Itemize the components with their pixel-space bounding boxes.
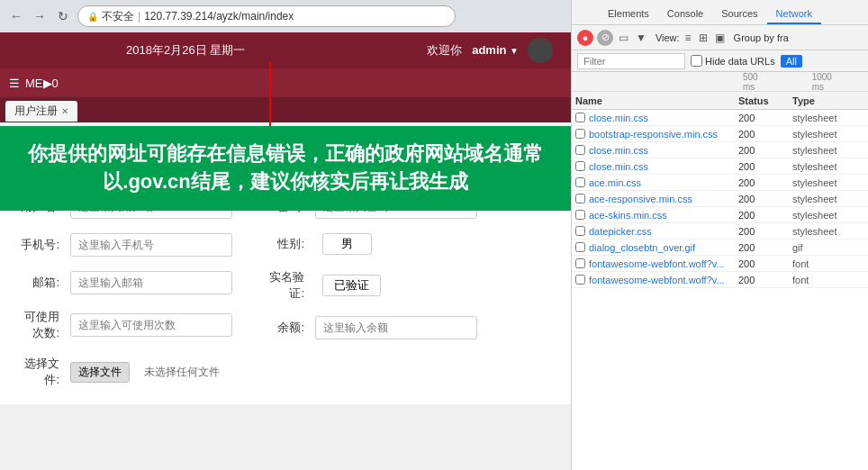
timeline-1000ms: 1000 ms <box>812 72 832 92</box>
view-label: View: <box>656 32 680 43</box>
date-label: 2018年2月26日 星期一 <box>126 42 245 59</box>
filter-row: Hide data URLs All <box>572 50 868 72</box>
row-checkbox[interactable] <box>575 194 585 203</box>
menu-icon[interactable]: ☰ <box>9 77 20 90</box>
row-checkbox[interactable] <box>575 177 585 187</box>
clear-button[interactable]: ⊘ <box>597 30 613 46</box>
tab-user-register[interactable]: 用户注册 ✕ <box>5 101 77 122</box>
group-label: Group by fra <box>734 32 789 43</box>
row-checkbox[interactable] <box>575 275 585 285</box>
url-text: 120.77.39.214/ayzk/main/index <box>144 10 294 23</box>
gender-value: 男 <box>322 233 372 255</box>
tab-network[interactable]: Network <box>767 5 821 24</box>
network-row[interactable]: ace-responsive.min.css 200 stylesheet <box>572 191 868 207</box>
device-icon[interactable]: ▭ <box>617 30 630 46</box>
devtools-tabs: Elements Console Sources Network <box>572 0 868 25</box>
gender-row: 性别: 男 <box>259 233 477 255</box>
record-button[interactable]: ● <box>577 30 593 46</box>
network-row[interactable]: close.min.css 200 stylesheet <box>572 158 868 175</box>
overlay-text: 你提供的网址可能存在信息错误，正确的政府网站域名通常以.gov.cn结尾，建议你… <box>18 140 553 196</box>
hide-data-urls-checkbox[interactable] <box>691 55 702 67</box>
network-table-header: Name Status Type <box>572 92 868 110</box>
tab-close-button[interactable]: ✕ <box>61 106 68 116</box>
usage-label: 可使用次数: <box>14 309 59 341</box>
tab-label: 用户注册 <box>14 104 58 119</box>
row-checkbox[interactable] <box>575 145 585 155</box>
tab-sources[interactable]: Sources <box>712 5 766 24</box>
timeline-500ms: 500 ms <box>743 72 758 92</box>
welcome-label: 欢迎你 admin ▼ <box>427 42 519 59</box>
verify-row: 实名验证: 已验证 <box>259 269 477 302</box>
address-bar[interactable]: 🔒 不安全 | 120.77.39.214/ayzk/main/index <box>77 5 456 27</box>
view-grid-icon[interactable]: ⊞ <box>697 30 710 46</box>
email-row: 邮箱: <box>14 271 232 294</box>
view-list-icon[interactable]: ≡ <box>683 30 693 46</box>
main-page-area: ← → ↻ 🔒 不安全 | 120.77.39.214/ayzk/main/in… <box>0 0 571 470</box>
forward-button[interactable]: → <box>31 7 49 25</box>
network-row[interactable]: close.min.css 200 stylesheet <box>572 142 868 158</box>
browser-nav: ← → ↻ 🔒 不安全 | 120.77.39.214/ayzk/main/in… <box>0 0 571 32</box>
row-checkbox[interactable] <box>575 210 585 220</box>
lock-icon: 🔒 <box>87 12 98 22</box>
file-upload-button[interactable]: 选择文件 <box>70 362 130 383</box>
verify-value: 已验证 <box>322 275 381 296</box>
phone-label: 手机号: <box>14 237 59 253</box>
network-row[interactable]: ace-skins.min.css 200 stylesheet <box>572 207 868 223</box>
verify-label: 实名验证: <box>259 269 304 302</box>
overlay-warning: 你提供的网址可能存在信息错误，正确的政府网站域名通常以.gov.cn结尾，建议你… <box>0 126 571 211</box>
gender-label: 性别: <box>259 236 304 252</box>
back-button[interactable]: ← <box>7 7 25 25</box>
hide-data-urls-check[interactable]: Hide data URLs <box>691 55 775 67</box>
network-table: close.min.css 200 stylesheet bootstrap-r… <box>572 110 868 470</box>
menu-label: ME▶0 <box>25 77 59 90</box>
network-row[interactable]: datepicker.css 200 stylesheet <box>572 223 868 240</box>
row-checkbox[interactable] <box>575 113 585 122</box>
reload-button[interactable]: ↻ <box>54 7 72 25</box>
balance-label: 余额: <box>259 320 304 336</box>
network-row[interactable]: fontawesome-webfont.woff?v... 200 font <box>572 272 868 288</box>
insecure-label: 不安全 <box>102 9 134 24</box>
row-checkbox[interactable] <box>575 129 585 139</box>
devtools-toolbar: ● ⊘ ▭ ▼ View: ≡ ⊞ ▣ Group by fra <box>572 25 868 50</box>
network-row[interactable]: fontawesome-webfont.woff?v... 200 font <box>572 256 868 272</box>
phone-row: 手机号: <box>14 233 232 257</box>
usage-input[interactable] <box>70 313 232 337</box>
file-label: 选择文件: <box>14 356 59 388</box>
usage-row: 可使用次数: <box>14 309 232 341</box>
row-checkbox[interactable] <box>575 242 585 252</box>
network-row[interactable]: ace.min.css 200 stylesheet <box>572 175 868 191</box>
row-checkbox[interactable] <box>575 258 585 268</box>
filter-icon[interactable]: ▼ <box>634 30 648 46</box>
row-checkbox[interactable] <box>575 226 585 236</box>
filter-input[interactable] <box>577 53 685 69</box>
network-row[interactable]: bootstrap-responsive.min.css 200 stylesh… <box>572 126 868 142</box>
devtools-panel: Elements Console Sources Network ● ⊘ ▭ ▼… <box>571 0 868 470</box>
tab-console[interactable]: Console <box>658 5 712 24</box>
file-name-label: 未选择任何文件 <box>144 365 220 380</box>
screenshot-icon[interactable]: ▣ <box>713 30 727 46</box>
all-filter-button[interactable]: All <box>781 55 802 68</box>
network-row[interactable]: dialog_closebtn_over.gif 200 gif <box>572 240 868 256</box>
file-row: 选择文件: 选择文件 未选择任何文件 <box>14 356 232 388</box>
avatar <box>528 38 553 63</box>
tab-elements[interactable]: Elements <box>599 5 658 24</box>
timeline-bar: 500 ms 1000 ms 1500 ms <box>572 72 868 92</box>
form-col-right: 密码: 性别: 男 实名验证: 已验证 余额: <box>259 195 477 395</box>
row-checkbox[interactable] <box>575 161 585 171</box>
form-col-left: 用户名: 手机号: 邮箱: 可使用次数: 选择文件: 选择文件 <box>14 195 232 395</box>
phone-input[interactable] <box>70 233 232 257</box>
email-input[interactable] <box>70 271 232 294</box>
balance-row: 余额: <box>259 316 477 339</box>
email-label: 邮箱: <box>14 275 59 291</box>
balance-input[interactable] <box>315 316 477 339</box>
network-row[interactable]: close.min.css 200 stylesheet <box>572 110 868 126</box>
form-two-col: 用户名: 手机号: 邮箱: 可使用次数: 选择文件: 选择文件 <box>14 195 556 395</box>
